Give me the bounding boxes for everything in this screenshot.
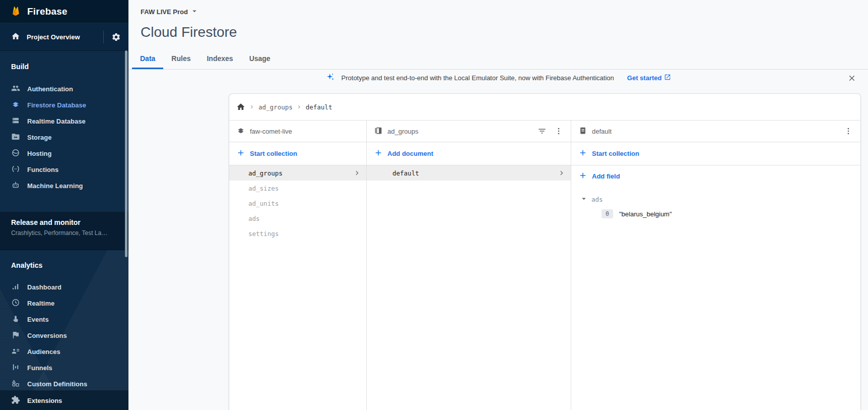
collection-row-ad_sizes[interactable]: ad_sizes xyxy=(229,181,366,196)
banner-message: Prototype and test end-to-end with the L… xyxy=(342,74,614,82)
add-document-label: Add document xyxy=(387,150,433,157)
plus-icon xyxy=(578,171,587,182)
sidebar-scrollbar[interactable] xyxy=(125,50,127,257)
breadcrumb-collection[interactable]: ad_groups xyxy=(258,103,293,111)
sidebar-item-label: Funnels xyxy=(27,364,52,372)
breadcrumb: ad_groups default xyxy=(229,94,860,121)
array-item-row[interactable]: 0 "belarus_belgium" xyxy=(571,207,860,221)
close-icon[interactable] xyxy=(847,74,856,83)
chevron-right-icon xyxy=(296,103,303,110)
collection-title: ad_groups xyxy=(387,128,418,135)
start-collection-button[interactable]: Start collection xyxy=(229,142,366,165)
sidebar-item-label: Conversions xyxy=(27,332,67,339)
home-icon[interactable] xyxy=(236,102,245,111)
add-document-button[interactable]: Add document xyxy=(367,142,571,165)
add-field-button[interactable]: Add field xyxy=(571,165,860,187)
collection-name: ad_units xyxy=(248,200,279,207)
field-name: ads xyxy=(591,196,603,203)
sidebar-item-hosting[interactable]: Hosting xyxy=(0,145,128,161)
sidebar-item-label: Authentication xyxy=(27,85,73,93)
sidebar-item-dashboard[interactable]: Dashboard xyxy=(0,279,128,295)
expand-arrow-icon[interactable] xyxy=(579,194,588,205)
robot-icon xyxy=(11,181,20,191)
sidebar-item-conversions[interactable]: Conversions xyxy=(0,327,128,343)
release-monitor-subtitle: Crashlytics, Performance, Test La… xyxy=(11,229,112,237)
document-row-default[interactable]: default xyxy=(367,165,571,181)
sidebar-item-audiences[interactable]: Audiences xyxy=(0,343,128,360)
document-name: default xyxy=(392,169,419,177)
tab-indexes[interactable]: Indexes xyxy=(198,48,241,69)
collection-row-ads[interactable]: ads xyxy=(229,211,366,226)
plus-icon xyxy=(236,148,245,159)
breadcrumb-document[interactable]: default xyxy=(306,103,332,111)
folder-icon xyxy=(11,132,20,143)
sidebar-item-storage[interactable]: Storage xyxy=(0,129,128,145)
collection-row-ad_units[interactable]: ad_units xyxy=(229,196,366,211)
document-icon xyxy=(578,126,587,137)
main-content: FAW LIVE Prod Cloud Firestore Data Rules… xyxy=(128,0,868,410)
puzzle-icon xyxy=(11,395,20,406)
sidebar-item-label: Dashboard xyxy=(27,283,61,291)
tab-rules[interactable]: Rules xyxy=(163,48,198,69)
tab-usage[interactable]: Usage xyxy=(241,48,279,69)
section-label-analytics: Analytics xyxy=(0,259,128,271)
document-title: default xyxy=(592,128,612,135)
sidebar-item-funnels[interactable]: Funnels xyxy=(0,360,128,376)
kebab-menu-icon[interactable] xyxy=(842,125,854,137)
firestore-panel: ad_groups default faw-comet-live Start c… xyxy=(229,93,861,410)
chevron-down-icon xyxy=(190,7,199,17)
sidebar-item-label: Firestore Database xyxy=(27,101,86,109)
plus-icon xyxy=(578,148,587,159)
section-release-and-monitor[interactable]: Release and monitor Crashlytics, Perform… xyxy=(0,211,128,250)
collection-row-ad_groups[interactable]: ad_groups xyxy=(229,165,366,181)
gear-icon[interactable] xyxy=(104,32,128,42)
sidebar-item-extensions[interactable]: Extensions xyxy=(0,391,128,410)
start-collection-button[interactable]: Start collection xyxy=(571,142,860,165)
database-icon xyxy=(11,116,20,127)
project-selector[interactable]: FAW LIVE Prod xyxy=(141,7,199,17)
sidebar-item-functions[interactable]: Functions xyxy=(0,161,128,178)
array-item-value: "belarus_belgium" xyxy=(619,210,672,218)
sidebar-item-events[interactable]: Events xyxy=(0,311,128,327)
clock-icon xyxy=(11,298,20,309)
emulator-banner: Prototype and test end-to-end with the L… xyxy=(128,70,868,86)
home-icon xyxy=(11,32,20,42)
root-column-header: faw-comet-live xyxy=(229,121,366,142)
firestore-icon xyxy=(236,126,245,137)
sidebar-item-label: Machine Learning xyxy=(27,182,83,190)
sidebar-item-firestore-database[interactable]: Firestore Database xyxy=(0,97,128,113)
database-name: faw-comet-live xyxy=(250,128,292,135)
sidebar-item-label: Realtime Database xyxy=(27,118,86,125)
collection-row-settings[interactable]: settings xyxy=(229,226,366,241)
sidebar: Firebase Project Overview Build Authenti… xyxy=(0,0,128,410)
external-link-icon xyxy=(664,74,671,82)
sidebar-item-authentication[interactable]: Authentication xyxy=(0,81,128,97)
page-title: Cloud Firestore xyxy=(141,23,868,42)
globe-icon xyxy=(11,148,20,159)
firebase-logo[interactable]: Firebase xyxy=(0,0,128,23)
sidebar-item-project-overview[interactable]: Project Overview xyxy=(0,23,128,51)
collection-name: ad_groups xyxy=(248,169,283,177)
project-overview-label: Project Overview xyxy=(27,33,80,41)
sparkle-icon xyxy=(325,72,336,84)
collection-column-header: ad_groups xyxy=(367,121,571,142)
collection-name: settings xyxy=(248,230,279,238)
sidebar-item-label: Realtime xyxy=(27,300,54,307)
filter-icon[interactable] xyxy=(536,125,548,137)
sidebar-item-realtime-database[interactable]: Realtime Database xyxy=(0,113,128,129)
array-index-badge: 0 xyxy=(602,209,613,218)
sidebar-item-machine-learning[interactable]: Machine Learning xyxy=(0,178,128,194)
sidebar-item-label: Hosting xyxy=(27,150,51,157)
project-name: FAW LIVE Prod xyxy=(141,8,188,16)
field-row-ads[interactable]: ads xyxy=(571,192,860,207)
tab-data[interactable]: Data xyxy=(132,48,163,69)
functions-icon xyxy=(11,164,20,175)
plus-icon xyxy=(374,148,383,159)
topbar: FAW LIVE Prod xyxy=(128,0,868,15)
kebab-menu-icon[interactable] xyxy=(553,125,565,137)
flag-icon xyxy=(11,330,20,341)
root-column: faw-comet-live Start collection ad_group… xyxy=(229,121,367,410)
sidebar-item-realtime[interactable]: Realtime xyxy=(0,295,128,311)
get-started-link[interactable]: Get started xyxy=(627,74,672,82)
firestore-columns: faw-comet-live Start collection ad_group… xyxy=(229,121,860,410)
